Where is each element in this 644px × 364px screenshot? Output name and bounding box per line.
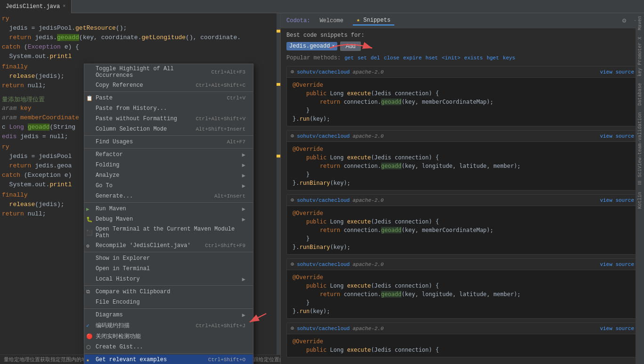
method-expire[interactable]: expire xyxy=(403,55,422,61)
method-del[interactable]: del xyxy=(371,55,380,61)
menu-label-open-terminal-maven: Open Terminal at the Current Maven Modul… xyxy=(96,226,245,239)
repo-name-2[interactable]: sohutv/cachecloud xyxy=(297,133,350,139)
view-source-link-3[interactable]: view source xyxy=(600,198,634,203)
gear-icon[interactable]: ⚙ xyxy=(622,17,626,25)
menu-label-get-relevant: Get relevant examples xyxy=(96,356,167,363)
menu-divider-2 xyxy=(84,135,253,136)
repo-name-5[interactable]: sohutv/cachecloud xyxy=(297,326,350,331)
menu-divider-5 xyxy=(84,252,253,252)
menu-item-code-scan[interactable]: ✓ 编码规约扫描 Ctrl+Alt+Shift+J xyxy=(84,320,253,331)
menu-item-toggle-highlight[interactable]: Toggle Highlight of All Occurrences Ctrl… xyxy=(84,64,253,80)
tab-filename: JedisClient.java xyxy=(6,3,60,10)
menu-item-column-selection[interactable]: Column Selection Mode Alt+Shift+Insert xyxy=(84,124,253,134)
menu-item-folding[interactable]: Folding ▶ xyxy=(84,160,253,170)
method-exists[interactable]: exists xyxy=(464,55,483,61)
search-tag-jedis-geoadd[interactable]: Jedis.geoadd × xyxy=(286,42,337,50)
method-hset[interactable]: hset xyxy=(425,55,438,61)
method-hget[interactable]: hget xyxy=(487,55,499,61)
menu-item-disable-detect[interactable]: 🔴 关闭实时检测功能 xyxy=(84,331,253,342)
method-init[interactable]: <init> xyxy=(442,55,461,61)
menu-label-paste-no-format: Paste without Formatting xyxy=(96,116,177,122)
editor-panel: ry jedis = jedisPool.getResource(); retu… xyxy=(0,13,280,364)
best-snippets-label: Best code snippets for: xyxy=(286,32,638,39)
side-tabs: Maven key Promoter X Database ☰ SciView-… xyxy=(636,13,644,364)
branch-name-2: apache-2.0 xyxy=(352,133,383,139)
refactor-submenu-arrow: ▶ xyxy=(242,151,245,158)
snippet-source-5: ⊙ sohutv/cachecloud apache-2.0 xyxy=(291,325,383,332)
tab-snippets[interactable]: ★ Snippets xyxy=(353,16,394,25)
menu-item-generate[interactable]: Generate... Alt+Insert xyxy=(84,191,253,201)
view-source-link-1[interactable]: view source xyxy=(600,69,634,75)
menu-item-diagrams[interactable]: Diagrams ▶ xyxy=(84,310,253,320)
side-tab-kotlin[interactable]: Kotlin xyxy=(636,189,644,212)
code-line-3: return jedis.geoadd(key, coordinate.getL… xyxy=(0,34,280,43)
menu-shortcut-code-scan: Ctrl+Alt+Shift+J xyxy=(196,323,245,329)
method-get[interactable]: get xyxy=(344,55,354,61)
snippet-card-4: ⊙ sohutv/cachecloud apache-2.0 view sour… xyxy=(286,258,638,319)
menu-item-run-maven[interactable]: ▶ Run Maven ▶ xyxy=(84,204,253,214)
side-tab-key-promoter[interactable]: key Promoter X xyxy=(636,34,644,79)
menu-item-refactor[interactable]: Refactor ▶ xyxy=(84,149,253,160)
disable-detect-icon: 🔴 xyxy=(86,333,93,339)
menu-label-refactor: Refactor xyxy=(96,151,123,158)
menu-item-open-terminal-maven[interactable]: ⬛ Open Terminal at the Current Maven Mod… xyxy=(84,224,253,240)
menu-item-compare-clipboard[interactable]: ⧉ Compare with Clipboard xyxy=(84,287,253,297)
view-source-link-4[interactable]: view source xyxy=(600,262,634,267)
editor-tab-jedisclient[interactable]: JedisClient.java × xyxy=(0,0,72,13)
menu-item-paste-history[interactable]: Paste from History... xyxy=(84,103,253,114)
codota-brand-label: Codota: xyxy=(286,17,310,24)
menu-item-show-explorer[interactable]: Show in Explorer xyxy=(84,253,253,264)
code-line-1: ry xyxy=(0,15,280,25)
menu-label-debug-maven: Debug Maven xyxy=(96,216,133,223)
method-close[interactable]: close xyxy=(384,55,399,61)
view-source-link-2[interactable]: view source xyxy=(600,133,634,139)
menu-label-show-explorer: Show in Explorer xyxy=(96,255,150,262)
menu-item-recompile[interactable]: ⚙ Recompile 'JedisClient.java' Ctrl+Shif… xyxy=(84,240,253,251)
menu-item-goto[interactable]: Go To ▶ xyxy=(84,181,253,191)
debug-maven-icon: 🐛 xyxy=(86,216,93,223)
analyze-submenu-arrow: ▶ xyxy=(242,172,245,179)
menu-label-recompile: Recompile 'JedisClient.java' xyxy=(96,242,191,249)
run-maven-icon: ▶ xyxy=(86,206,90,212)
snippet-code-4: @Override public Long execute(Jedis conn… xyxy=(287,270,638,318)
menu-item-open-terminal[interactable]: Open in Terminal xyxy=(84,264,253,274)
snippet-card-1: ⊙ sohutv/cachecloud apache-2.0 view sour… xyxy=(286,66,638,126)
menu-item-paste-no-format[interactable]: Paste without Formatting Ctrl+Alt+Shift+… xyxy=(84,114,253,124)
repo-name-3[interactable]: sohutv/cachecloud xyxy=(297,198,350,203)
open-terminal-maven-icon: ⬛ xyxy=(86,230,93,236)
side-tab-database[interactable]: Database xyxy=(636,80,644,108)
menu-item-analyze[interactable]: Analyze ▶ xyxy=(84,170,253,181)
menu-item-paste[interactable]: 📋 Paste Ctrl+V xyxy=(84,93,253,103)
method-set[interactable]: set xyxy=(358,55,367,61)
menu-item-local-history[interactable]: Local History ▶ xyxy=(84,274,253,284)
menu-item-debug-maven[interactable]: 🐛 Debug Maven ▶ xyxy=(84,214,253,224)
tab-welcome[interactable]: Welcome xyxy=(316,17,347,25)
snippet-source-1: ⊙ sohutv/cachecloud apache-2.0 xyxy=(291,68,383,75)
menu-label-analyze: Analyze xyxy=(96,172,119,179)
github-icon-1: ⊙ xyxy=(291,68,294,75)
menu-item-file-encoding[interactable]: File Encoding xyxy=(84,297,253,307)
paste-icon: 📋 xyxy=(86,95,93,101)
menu-label-code-scan: 编码规约扫描 xyxy=(96,322,130,330)
add-button[interactable]: Add xyxy=(340,41,360,51)
menu-label-file-encoding: File Encoding xyxy=(96,299,140,306)
scroll-track xyxy=(277,13,280,364)
search-tag-remove-icon[interactable]: × xyxy=(332,44,334,49)
menu-label-paste-history: Paste from History... xyxy=(96,105,167,112)
menu-divider-4 xyxy=(84,202,253,203)
side-tab-maven[interactable]: Maven xyxy=(636,13,644,33)
menu-item-find-usages[interactable]: Find Usages Alt+F7 xyxy=(84,137,253,147)
side-tab-sciview[interactable]: ☰ SciView-team-validation xyxy=(636,109,644,188)
menu-shortcut-recompile: Ctrl+Shift+F9 xyxy=(205,243,245,248)
tab-close-icon[interactable]: × xyxy=(63,4,65,9)
snippet-source-3: ⊙ sohutv/cachecloud apache-2.0 xyxy=(291,197,383,204)
menu-item-get-relevant[interactable]: ★ Get relevant examples Ctrl+Shift+O xyxy=(84,355,253,364)
repo-name-1[interactable]: sohutv/cachecloud xyxy=(297,69,350,75)
method-keys[interactable]: keys xyxy=(503,55,515,61)
compare-clipboard-icon: ⧉ xyxy=(86,289,90,295)
menu-item-create-gist[interactable]: ⬡ Create Gist... xyxy=(84,342,253,352)
recompile-icon: ⚙ xyxy=(86,243,90,249)
menu-item-copy-reference[interactable]: Copy Reference Ctrl+Alt+Shift+C xyxy=(84,80,253,91)
view-source-link-5[interactable]: view source xyxy=(600,326,634,331)
repo-name-4[interactable]: sohutv/cachecloud xyxy=(297,262,350,267)
